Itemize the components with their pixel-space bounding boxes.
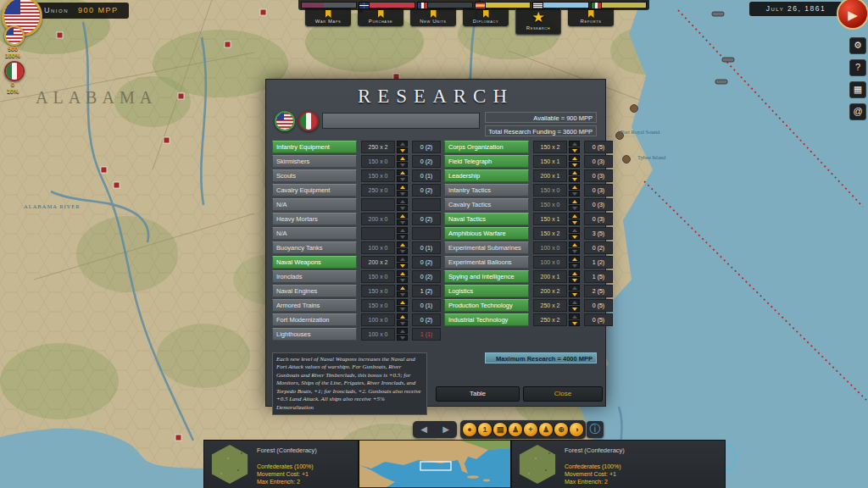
research-item-na[interactable]: N/A: [272, 227, 357, 240]
decrease-investment-button[interactable]: [397, 147, 408, 153]
circle-plus-icon[interactable]: ⊕: [554, 423, 568, 436]
research-item-logistics[interactable]: Logistics: [444, 285, 529, 297]
decrease-investment-button[interactable]: [569, 306, 580, 312]
research-item-field-telegraph[interactable]: Field Telegraph: [444, 155, 529, 168]
reports-button[interactable]: Reports: [568, 8, 614, 26]
research-item-experimental-balloons[interactable]: Experimental Balloons: [444, 256, 529, 269]
increase-investment-button[interactable]: [397, 141, 408, 147]
research-item-production-technology[interactable]: Production Technology: [444, 299, 529, 312]
decrease-investment-button[interactable]: [397, 248, 408, 254]
crescent-icon[interactable]: ◑: [570, 423, 583, 436]
increase-investment-button[interactable]: [397, 241, 408, 247]
mexico-flag-icon[interactable]: [4, 61, 25, 81]
decrease-investment-button[interactable]: [397, 234, 408, 240]
research-item-cavalry-tactics[interactable]: Cavalry Tactics: [444, 198, 529, 211]
end-turn-button[interactable]: ▶: [837, 0, 868, 30]
increase-investment-button[interactable]: [397, 299, 408, 305]
increase-investment-button[interactable]: [569, 227, 580, 233]
research-item-infantry-equipment[interactable]: Infantry Equipment: [272, 141, 357, 153]
research-item-skirmishers[interactable]: Skirmishers: [272, 155, 357, 168]
research-item-spying-and-intelligence[interactable]: Spying and Intelligence: [444, 270, 529, 283]
decrease-investment-button[interactable]: [569, 291, 580, 297]
increase-investment-button[interactable]: [397, 155, 408, 161]
war-maps-button[interactable]: War Maps: [305, 8, 351, 26]
decrease-investment-button[interactable]: [569, 248, 580, 254]
minimap[interactable]: [359, 441, 511, 487]
decrease-investment-button[interactable]: [397, 291, 408, 297]
decrease-investment-button[interactable]: [569, 320, 580, 326]
decrease-investment-button[interactable]: [397, 176, 408, 182]
plus-icon[interactable]: +: [524, 423, 537, 436]
diplomacy-button[interactable]: Diplomacy: [463, 8, 509, 26]
decrease-investment-button[interactable]: [569, 147, 580, 153]
increase-investment-button[interactable]: [569, 270, 580, 276]
decrease-investment-button[interactable]: [397, 191, 408, 197]
decrease-investment-button[interactable]: [569, 219, 580, 225]
increase-investment-button[interactable]: [397, 213, 408, 219]
increase-investment-button[interactable]: [397, 256, 408, 262]
research-item-corps-organization[interactable]: Corps Organization: [444, 141, 529, 153]
settings-icon[interactable]: ⚙: [849, 37, 866, 54]
increase-investment-button[interactable]: [569, 155, 580, 161]
usa-flag-icon[interactable]: [4, 25, 25, 46]
diplomacy-bar-spain[interactable]: [476, 3, 530, 8]
decrease-investment-button[interactable]: [569, 176, 580, 182]
decrease-investment-button[interactable]: [397, 263, 408, 269]
decrease-investment-button[interactable]: [569, 234, 580, 240]
diplomacy-bar-progress[interactable]: [302, 3, 356, 8]
close-button[interactable]: Close: [523, 386, 603, 402]
research-button[interactable]: ★ Research: [515, 8, 561, 35]
decrease-investment-button[interactable]: [397, 277, 408, 283]
research-item-heavy-mortars[interactable]: Heavy Mortars: [272, 213, 357, 225]
decrease-investment-button[interactable]: [569, 263, 580, 269]
usa-flag-icon[interactable]: [275, 111, 295, 131]
research-item-experimental-submarines[interactable]: Experimental Submarines: [444, 241, 529, 254]
decrease-investment-button[interactable]: [569, 162, 580, 168]
soldier-icon[interactable]: ♟: [509, 423, 522, 436]
increase-investment-button[interactable]: [569, 285, 580, 291]
increase-investment-button[interactable]: [569, 313, 580, 319]
banknote-icon[interactable]: ▤: [493, 423, 507, 436]
funding-slider[interactable]: [322, 113, 480, 129]
research-item-lighthouses[interactable]: Lighthouses: [272, 328, 357, 341]
decrease-investment-button[interactable]: [569, 205, 580, 211]
decrease-investment-button[interactable]: [397, 162, 408, 168]
diplomacy-bar-france[interactable]: [418, 3, 472, 8]
increase-investment-button[interactable]: [397, 184, 408, 190]
circle-icon[interactable]: ●: [463, 423, 476, 436]
research-item-fort-modernization[interactable]: Fort Modernization: [272, 313, 357, 326]
research-item-ironclads[interactable]: Ironclads: [272, 270, 357, 283]
research-item-cavalry-equipment[interactable]: Cavalry Equipment: [272, 184, 357, 197]
diplomacy-bar-mexico[interactable]: [592, 3, 646, 8]
research-item-armored-trains[interactable]: Armored Trains: [272, 299, 357, 312]
decrease-investment-button[interactable]: [569, 191, 580, 197]
research-item-buoyancy-tanks[interactable]: Buoyancy Tanks: [272, 241, 357, 254]
next-unit-button[interactable]: ▶: [442, 421, 449, 438]
info-button[interactable]: ⓘ: [587, 421, 604, 438]
decrease-investment-button[interactable]: [397, 320, 408, 326]
menu-icon[interactable]: @: [849, 103, 866, 120]
diplomacy-bar-britain[interactable]: [359, 3, 414, 8]
soldier-plus-icon[interactable]: ♟: [539, 423, 553, 436]
save-icon[interactable]: ▦: [849, 81, 866, 98]
help-icon[interactable]: ?: [849, 59, 866, 76]
increase-investment-button[interactable]: [569, 169, 580, 175]
increase-investment-button[interactable]: [397, 328, 408, 334]
decrease-investment-button[interactable]: [397, 219, 408, 225]
mexico-flag-icon[interactable]: [298, 111, 319, 131]
research-item-infantry-tactics[interactable]: Infantry Tactics: [444, 184, 529, 197]
increase-investment-button[interactable]: [397, 285, 408, 291]
decrease-investment-button[interactable]: [397, 306, 408, 312]
decrease-investment-button[interactable]: [569, 277, 580, 283]
increase-investment-button[interactable]: [397, 227, 408, 233]
increase-investment-button[interactable]: [397, 313, 408, 319]
diplomacy-bar-usa[interactable]: [533, 3, 587, 8]
research-item-scouts[interactable]: Scouts: [272, 169, 357, 182]
table-button[interactable]: Table: [436, 386, 520, 402]
increase-investment-button[interactable]: [397, 270, 408, 276]
increase-investment-button[interactable]: [397, 198, 408, 204]
research-item-naval-tactics[interactable]: Naval Tactics: [444, 213, 529, 225]
increase-investment-button[interactable]: [397, 169, 408, 175]
research-item-na[interactable]: N/A: [272, 198, 357, 211]
increase-investment-button[interactable]: [569, 198, 580, 204]
